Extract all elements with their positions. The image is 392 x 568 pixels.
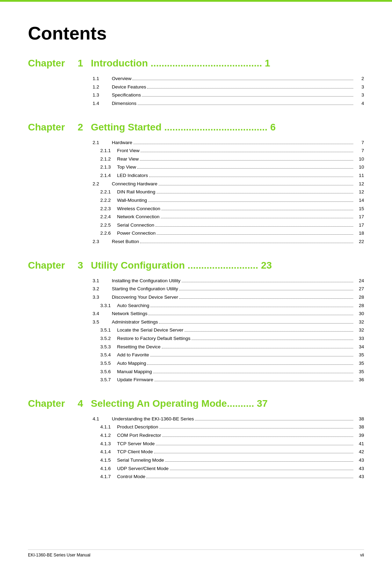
toc-sub-entry: 2.1.2Rear View10 — [93, 155, 364, 163]
toc-page: 17 — [354, 213, 364, 221]
toc-dots — [191, 340, 353, 340]
toc-dots — [155, 226, 353, 227]
toc-sub-entry: 4.1.6UDP Server/Client Mode43 — [93, 464, 364, 473]
toc-entry: 3.5Administrator Settings32 — [93, 318, 364, 326]
toc-section-title: Understanding the EKI-1360-BE Series — [112, 415, 194, 423]
toc-page: 12 — [354, 188, 364, 196]
toc-sub-entry: 3.5.4Add to Favorite35 — [93, 351, 364, 359]
toc-sub-entry: 3.5.7Update Firmware36 — [93, 376, 364, 384]
toc-page: 24 — [354, 277, 364, 285]
toc-section-num: 4.1 — [93, 415, 112, 423]
chapter-num-4: 4 — [70, 398, 91, 409]
chapter-num-1: 1 — [70, 58, 91, 69]
chapter-label-4: Chapter — [28, 398, 70, 409]
toc-section-title: Installing the Configuration Utility — [112, 277, 181, 285]
toc-entry: 2.3Reset Button22 — [93, 237, 364, 246]
toc-sub-num: 3.3.1 — [100, 301, 117, 310]
toc-dots — [153, 373, 353, 373]
toc-page: 38 — [354, 415, 364, 423]
toc-sub-num: 3.5.6 — [100, 368, 117, 376]
toc-section-num: 3.4 — [93, 310, 112, 318]
toc-section-num: 3.5 — [93, 318, 112, 326]
toc-dots — [195, 420, 353, 420]
toc-page: 18 — [354, 229, 364, 237]
toc-section-num: 1.3 — [93, 91, 112, 99]
toc-sub-entry: 3.5.2Restore to Factory Default Settings… — [93, 334, 364, 343]
toc-sub-num: 4.1.3 — [100, 440, 117, 448]
toc-sub-num: 4.1.4 — [100, 448, 117, 456]
toc-page: 17 — [354, 221, 364, 229]
toc-sub-entry: 2.2.6Power Connection18 — [93, 229, 364, 237]
chapter-label-3: Chapter — [28, 260, 70, 271]
toc-dots — [159, 428, 353, 428]
toc-sub-title: Power Connection — [117, 229, 155, 237]
toc-sub-title: Restore to Factory Default Settings — [117, 334, 190, 343]
toc-sub-num: 2.1.3 — [100, 163, 117, 171]
toc-sub-entry: 3.5.6Manual Mapping35 — [93, 368, 364, 376]
toc-entries-ch3: 3.1Installing the Configuration Utility2… — [93, 277, 364, 384]
toc-dots — [147, 88, 353, 88]
toc-entry: 1.4Dimensions4 — [93, 99, 364, 108]
toc-dots — [140, 160, 353, 161]
toc-dots — [179, 290, 353, 290]
toc-dots — [170, 470, 353, 470]
chapter-title-4: Selecting An Operating Mode.......... 37 — [91, 398, 364, 409]
toc-sub-title: Resetting the Device — [117, 343, 161, 351]
toc-sub-num: 3.5.2 — [100, 334, 117, 343]
toc-sub-entry: 2.2.3Wireless Connection15 — [93, 205, 364, 213]
toc-page: 43 — [354, 456, 364, 464]
toc-page: 28 — [354, 293, 364, 301]
toc-sub-num: 2.2.2 — [100, 196, 117, 205]
toc-section-num: 1.4 — [93, 99, 112, 108]
chapter-heading-3: Chapter3Utility Configuration ..........… — [28, 260, 364, 271]
toc-page: 35 — [354, 351, 364, 359]
toc-entry: 1.1Overview2 — [93, 74, 364, 83]
footer: EKI-1360-BE Series User Manual vii — [28, 549, 364, 558]
toc-section-title: Device Features — [112, 83, 146, 91]
chapter-title-2: Getting Started ........................… — [91, 122, 364, 133]
toc-sub-title: Serial Connection — [117, 221, 154, 229]
toc-dots — [142, 96, 353, 97]
toc-sub-num: 3.5.4 — [100, 351, 117, 359]
toc-dots — [159, 323, 353, 324]
toc-page: 32 — [354, 326, 364, 334]
toc-entry: 3.4Network Settings30 — [93, 310, 364, 318]
toc-sub-entry: 4.1.4TCP Client Mode42 — [93, 448, 364, 456]
toc-entry: 1.3Specifications3 — [93, 91, 364, 99]
toc-dots — [157, 234, 353, 235]
toc-dots — [133, 144, 353, 144]
toc-dots — [157, 193, 353, 193]
toc-sub-entry: 2.1.4LED Indicators11 — [93, 171, 364, 180]
toc-dots — [184, 331, 353, 332]
toc-dots — [161, 218, 353, 218]
toc-sub-title: UDP Server/Client Mode — [117, 464, 169, 473]
toc-dots — [165, 461, 353, 462]
toc-sub-entry: 3.5.5Auto Mapping35 — [93, 359, 364, 368]
toc-dots — [137, 168, 353, 169]
toc-sub-entry: 2.2.4Network Connection17 — [93, 213, 364, 221]
toc-page: 41 — [354, 440, 364, 448]
chapter-heading-2: Chapter2Getting Started ................… — [28, 122, 364, 133]
toc-page: 3 — [354, 91, 364, 99]
toc-dots — [162, 436, 353, 437]
toc-sub-num: 2.2.6 — [100, 229, 117, 237]
toc-entry: 4.1Understanding the EKI-1360-BE Series3… — [93, 415, 364, 423]
toc-sub-num: 2.2.4 — [100, 213, 117, 221]
toc-entry: 2.2Connecting Hardware12 — [93, 180, 364, 188]
toc-section-num: 2.1 — [93, 139, 112, 147]
toc-dots — [182, 282, 353, 282]
toc-dots — [140, 152, 353, 152]
toc-sub-title: TCP Server Mode — [117, 440, 155, 448]
toc-dots — [150, 307, 353, 307]
chapter-4: Chapter4Selecting An Operating Mode.....… — [28, 398, 364, 481]
toc-sub-num: 4.1.2 — [100, 431, 117, 440]
toc-sub-num: 4.1.7 — [100, 473, 117, 481]
toc-entries-ch2: 2.1Hardware72.1.1Front View72.1.2Rear Vi… — [93, 139, 364, 246]
toc-sub-entry: 4.1.3TCP Server Mode41 — [93, 440, 364, 448]
toc-sub-title: COM Port Redirector — [117, 431, 161, 440]
toc-sub-title: Control Mode — [117, 473, 145, 481]
toc-section-num: 2.3 — [93, 237, 112, 246]
toc-sub-title: Update Firmware — [117, 376, 153, 384]
toc-page: 33 — [354, 334, 364, 343]
toc-sub-title: Add to Favorite — [117, 351, 149, 359]
